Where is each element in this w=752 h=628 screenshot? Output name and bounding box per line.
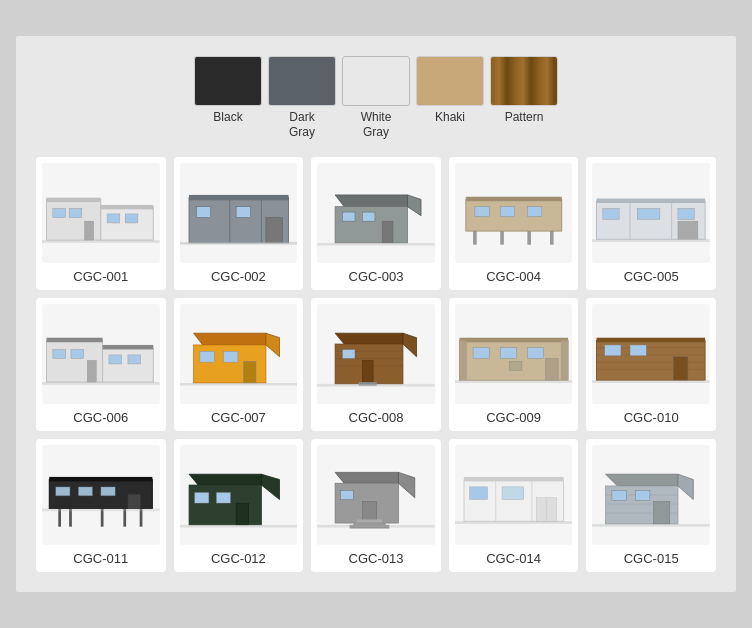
product-card-cgc-012[interactable]: CGC-012 (174, 439, 304, 572)
svg-rect-97 (56, 487, 70, 496)
svg-rect-96 (49, 477, 152, 482)
product-label-cgc-001: CGC-001 (73, 269, 128, 284)
product-label-cgc-011: CGC-011 (73, 551, 128, 566)
svg-rect-123 (502, 487, 524, 500)
svg-rect-136 (592, 524, 710, 527)
swatch-label-black: Black (213, 110, 242, 124)
product-card-cgc-001[interactable]: CGC-001 (36, 157, 166, 290)
svg-rect-100 (128, 494, 141, 508)
product-card-cgc-009[interactable]: CGC-009 (449, 298, 579, 431)
svg-rect-108 (180, 525, 298, 528)
svg-rect-21 (343, 212, 356, 221)
svg-rect-78 (545, 358, 558, 380)
svg-rect-44 (103, 348, 154, 382)
swatch-dark-gray[interactable]: DarkGray (268, 56, 336, 139)
svg-rect-99 (101, 487, 115, 496)
svg-marker-104 (261, 474, 279, 499)
product-card-cgc-005[interactable]: CGC-005 (586, 157, 716, 290)
svg-marker-127 (606, 474, 690, 486)
swatch-label-dark-gray: DarkGray (289, 110, 315, 139)
svg-rect-75 (500, 348, 516, 359)
product-image-cgc-015 (592, 445, 710, 545)
svg-rect-66 (343, 349, 356, 358)
product-card-cgc-013[interactable]: CGC-013 (311, 439, 441, 572)
svg-rect-4 (53, 208, 66, 217)
svg-rect-57 (223, 351, 237, 362)
product-label-cgc-013: CGC-013 (349, 551, 404, 566)
product-label-cgc-008: CGC-008 (349, 410, 404, 425)
svg-rect-31 (475, 207, 489, 217)
svg-rect-76 (527, 348, 543, 359)
main-container: Black DarkGray WhiteGray Khaki Pattern (16, 36, 736, 592)
product-image-cgc-009 (455, 304, 573, 404)
product-card-cgc-002[interactable]: CGC-002 (174, 157, 304, 290)
product-image-cgc-013 (317, 445, 435, 545)
product-card-cgc-010[interactable]: CGC-010 (586, 298, 716, 431)
svg-rect-103 (189, 485, 261, 525)
svg-rect-23 (382, 221, 393, 243)
color-swatches: Black DarkGray WhiteGray Khaki Pattern (36, 56, 716, 139)
product-card-cgc-014[interactable]: CGC-014 (449, 439, 579, 572)
svg-rect-45 (47, 338, 103, 343)
svg-rect-6 (107, 214, 120, 223)
swatch-color-white-gray (342, 56, 410, 106)
product-card-cgc-011[interactable]: CGC-011 (36, 439, 166, 572)
svg-marker-129 (678, 474, 693, 499)
product-image-cgc-004 (455, 163, 573, 263)
swatch-color-pattern (490, 56, 558, 106)
svg-rect-40 (678, 208, 694, 219)
svg-marker-65 (403, 333, 417, 357)
svg-rect-133 (612, 490, 626, 500)
product-label-cgc-009: CGC-009 (486, 410, 541, 425)
svg-rect-112 (341, 490, 354, 499)
swatch-pattern[interactable]: Pattern (490, 56, 558, 139)
product-label-cgc-012: CGC-012 (211, 551, 266, 566)
svg-rect-126 (455, 521, 573, 524)
svg-marker-18 (335, 195, 416, 207)
product-card-cgc-004[interactable]: CGC-004 (449, 157, 579, 290)
swatch-black[interactable]: Black (194, 56, 262, 139)
swatch-color-khaki (416, 56, 484, 106)
svg-rect-39 (638, 208, 661, 219)
product-label-cgc-003: CGC-003 (349, 269, 404, 284)
product-card-cgc-008[interactable]: CGC-008 (311, 298, 441, 431)
svg-rect-24 (317, 243, 435, 246)
swatch-khaki[interactable]: Khaki (416, 56, 484, 139)
svg-rect-58 (243, 361, 256, 383)
svg-rect-105 (194, 492, 208, 503)
product-image-cgc-008 (317, 304, 435, 404)
svg-rect-72 (459, 340, 466, 380)
svg-rect-8 (85, 221, 94, 240)
product-image-cgc-006 (42, 304, 160, 404)
svg-marker-55 (266, 333, 280, 357)
svg-rect-30 (466, 197, 562, 202)
svg-rect-59 (180, 383, 298, 386)
svg-rect-117 (317, 525, 435, 528)
svg-marker-102 (189, 474, 270, 485)
product-card-cgc-006[interactable]: CGC-006 (36, 298, 166, 431)
svg-rect-122 (469, 487, 487, 500)
svg-rect-119 (464, 477, 564, 482)
svg-rect-9 (42, 240, 160, 243)
svg-rect-52 (42, 382, 160, 385)
svg-rect-1 (101, 207, 153, 240)
svg-rect-50 (109, 355, 122, 364)
svg-rect-38 (603, 208, 619, 219)
svg-rect-7 (125, 214, 138, 223)
swatch-label-khaki: Khaki (435, 110, 465, 124)
product-label-cgc-007: CGC-007 (211, 410, 266, 425)
product-image-cgc-012 (180, 445, 298, 545)
svg-rect-71 (459, 338, 568, 343)
svg-rect-22 (362, 212, 375, 221)
svg-rect-17 (180, 242, 298, 245)
svg-rect-73 (561, 340, 568, 380)
svg-rect-56 (199, 351, 213, 362)
product-card-cgc-015[interactable]: CGC-015 (586, 439, 716, 572)
svg-rect-41 (678, 221, 698, 239)
product-card-cgc-003[interactable]: CGC-003 (311, 157, 441, 290)
swatch-white-gray[interactable]: WhiteGray (342, 56, 410, 139)
product-image-cgc-001 (42, 163, 160, 263)
product-image-cgc-007 (180, 304, 298, 404)
product-card-cgc-007[interactable]: CGC-007 (174, 298, 304, 431)
svg-rect-49 (87, 360, 96, 382)
